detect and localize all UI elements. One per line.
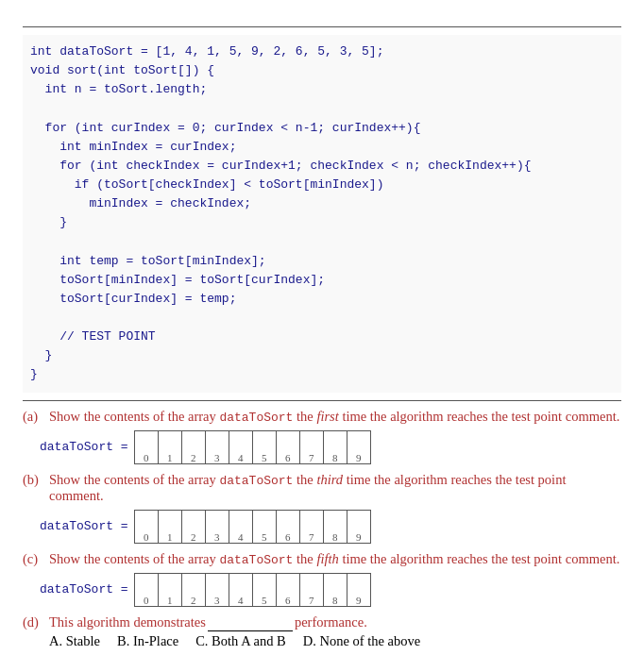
part-a-cell-0[interactable]: 0 (135, 430, 159, 464)
part-d-section: (d)This algorithm demonstrates performan… (23, 614, 621, 649)
part-c-cell-value-1 (159, 574, 181, 595)
part-b-cell-9[interactable]: 9 (347, 510, 371, 544)
part-a-cell-7[interactable]: 7 (300, 430, 324, 464)
part-b-cell-0[interactable]: 0 (135, 510, 159, 544)
part-b-cell-index-1: 1 (159, 531, 181, 543)
part-a-cell-value-8 (324, 431, 347, 452)
part-a-array-row: dataToSort =0123456789 (40, 430, 621, 464)
code-fragment: int dataToSort = [1, 4, 1, 5, 9, 2, 6, 5… (23, 35, 621, 393)
part-b-array-row: dataToSort =0123456789 (40, 510, 621, 544)
part-b-cell-3[interactable]: 3 (206, 510, 229, 544)
part-a-section: (a)Show the contents of the array dataTo… (23, 409, 621, 464)
part-c-cell-0[interactable]: 0 (135, 573, 159, 607)
part-c-cell-3[interactable]: 3 (206, 573, 229, 607)
part-a-cell-1[interactable]: 1 (159, 430, 182, 464)
part-b-cell-1[interactable]: 1 (159, 510, 182, 544)
part-a-cell-5[interactable]: 5 (253, 430, 277, 464)
part-a-cell-index-6: 6 (277, 452, 299, 463)
part-c-cell-7[interactable]: 7 (300, 573, 324, 607)
part-c-cell-index-8: 8 (324, 595, 347, 606)
part-c-cell-index-5: 5 (253, 595, 276, 606)
part-a-cell-index-7: 7 (300, 452, 323, 463)
part-a-label: (a) (23, 409, 49, 425)
part-c-cell-value-3 (206, 574, 229, 595)
part-a-cell-4[interactable]: 4 (229, 430, 253, 464)
part-c-cell-index-7: 7 (300, 595, 323, 606)
part-a-cell-index-1: 1 (159, 452, 181, 463)
part-c-cell-value-9 (347, 574, 370, 595)
part-b-cell-index-5: 5 (253, 531, 276, 543)
part-b-cell-index-8: 8 (324, 531, 347, 543)
part-b-cell-index-0: 0 (135, 531, 158, 543)
divider-top (23, 26, 621, 27)
part-c-cell-4[interactable]: 4 (229, 573, 253, 607)
part-a-array-label: dataToSort = (40, 440, 128, 454)
part-b-cell-7[interactable]: 7 (300, 510, 324, 544)
part-c-cell-index-1: 1 (159, 595, 181, 606)
part-b-cell-value-4 (229, 511, 252, 531)
part-c-cell-6[interactable]: 6 (277, 573, 300, 607)
part-a-cell-value-0 (135, 431, 158, 452)
part-c-cells: 0123456789 (134, 573, 371, 607)
part-c-cell-9[interactable]: 9 (347, 573, 371, 607)
part-c-cell-2[interactable]: 2 (182, 573, 206, 607)
part-b-cell-2[interactable]: 2 (182, 510, 206, 544)
part-b-cell-index-9: 9 (347, 531, 370, 543)
part-b-section: (b)Show the contents of the array dataTo… (23, 472, 621, 544)
part-a-cell-value-7 (300, 431, 323, 452)
part-b-label: (b) (23, 472, 49, 488)
part-b-cell-5[interactable]: 5 (253, 510, 277, 544)
divider-bottom (23, 400, 621, 401)
choice-1: B. In-Place (117, 633, 178, 649)
part-c-cell-value-4 (229, 574, 252, 595)
part-c-cell-index-4: 4 (229, 595, 252, 606)
part-a-cell-8[interactable]: 8 (324, 430, 347, 464)
part-a-cell-value-1 (159, 431, 181, 452)
part-c-cell-value-7 (300, 574, 323, 595)
part-b-cell-value-1 (159, 511, 181, 531)
part-a-cell-index-8: 8 (324, 452, 347, 463)
part-c-array-row: dataToSort =0123456789 (40, 573, 621, 607)
part-b-cell-value-6 (277, 511, 299, 531)
part-c-text: Show the contents of the array dataToSor… (49, 551, 621, 567)
part-b-cell-8[interactable]: 8 (324, 510, 347, 544)
part-b-cell-value-7 (300, 511, 323, 531)
part-c-array-label: dataToSort = (40, 582, 128, 596)
part-a-cell-value-2 (182, 431, 205, 452)
part-a-cell-value-6 (277, 431, 299, 452)
part-b-cell-value-9 (347, 511, 370, 531)
part-c-cell-5[interactable]: 5 (253, 573, 277, 607)
part-a-cells: 0123456789 (134, 430, 371, 464)
part-b-cell-index-4: 4 (229, 531, 252, 543)
part-c-cell-value-5 (253, 574, 276, 595)
part-b-cell-index-7: 7 (300, 531, 323, 543)
part-b-cell-value-5 (253, 511, 276, 531)
part-d-text: This algorithm demonstrates (49, 614, 206, 630)
part-c-cell-index-0: 0 (135, 595, 158, 606)
part-c-cell-8[interactable]: 8 (324, 573, 347, 607)
part-a-cell-index-2: 2 (182, 452, 205, 463)
part-a-cell-value-3 (206, 431, 229, 452)
part-b-cells: 0123456789 (134, 510, 371, 544)
part-c-label: (c) (23, 551, 49, 567)
part-c-cell-index-3: 3 (206, 595, 229, 606)
part-a-cell-9[interactable]: 9 (347, 430, 371, 464)
choice-2: C. Both A and B (195, 633, 285, 649)
part-c-cell-1[interactable]: 1 (159, 573, 182, 607)
part-c-cell-value-0 (135, 574, 158, 595)
part-a-cell-index-4: 4 (229, 452, 252, 463)
part-b-cell-6[interactable]: 6 (277, 510, 300, 544)
part-c-cell-index-9: 9 (347, 595, 370, 606)
part-b-cell-value-2 (182, 511, 205, 531)
part-b-cell-value-0 (135, 511, 158, 531)
part-c-section: (c)Show the contents of the array dataTo… (23, 551, 621, 607)
part-a-cell-6[interactable]: 6 (277, 430, 300, 464)
part-a-cell-3[interactable]: 3 (206, 430, 229, 464)
choice-0: A. Stable (49, 633, 100, 649)
part-d-blank (208, 614, 293, 631)
part-a-cell-index-0: 0 (135, 452, 158, 463)
part-b-cell-index-2: 2 (182, 531, 205, 543)
part-c-cell-index-2: 2 (182, 595, 205, 606)
part-a-cell-2[interactable]: 2 (182, 430, 206, 464)
part-b-cell-4[interactable]: 4 (229, 510, 253, 544)
